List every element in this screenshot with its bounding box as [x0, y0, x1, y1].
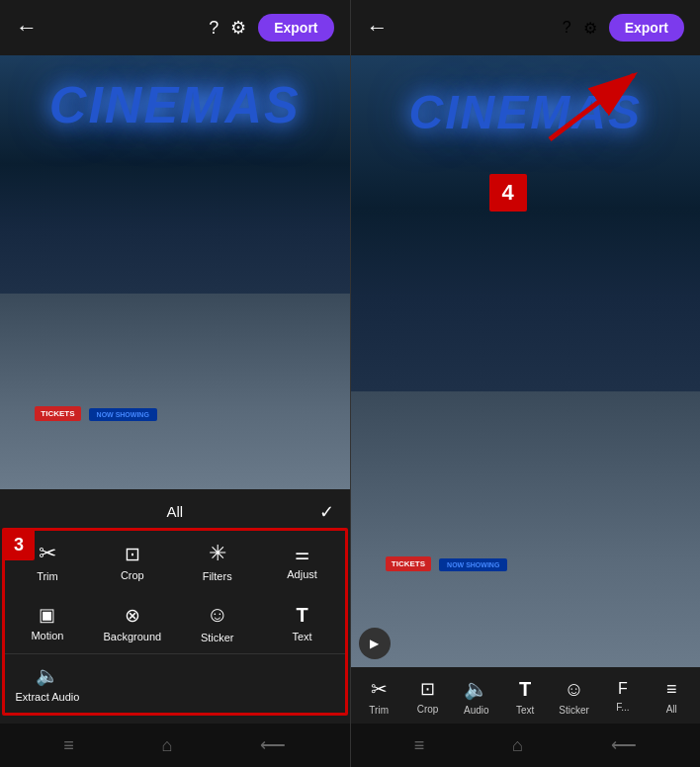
crop-label: Crop: [121, 569, 144, 581]
left-video-area: CINEMAS TICKETS NOW SHOWING: [0, 55, 350, 489]
step4-badge: 4: [489, 174, 527, 212]
right-tool-sticker[interactable]: ☺ Sticker: [555, 678, 594, 716]
left-cinema-sign: CINEMAS: [0, 75, 350, 134]
tool-sticker[interactable]: ☺ Sticker: [175, 592, 260, 653]
right-crop-icon: ⊡: [420, 678, 435, 700]
right-nav-home-icon[interactable]: ⌂: [512, 735, 523, 756]
right-tool-crop[interactable]: ⊡ Crop: [408, 678, 448, 715]
tool-grid-bottom: 🔈 Extract Audio: [5, 653, 345, 713]
play-btn-area: ▶: [359, 628, 391, 659]
left-back-button[interactable]: ←: [16, 15, 38, 41]
right-tickets-area: TICKETS NOW SHOWING: [386, 556, 665, 571]
right-help-icon[interactable]: ?: [563, 19, 571, 37]
motion-label: Motion: [31, 630, 63, 641]
right-tool-text[interactable]: T Text: [505, 678, 545, 716]
toolbar-header: All ✓: [0, 497, 350, 528]
step3-badge: 3: [3, 529, 35, 560]
right-tool-audio[interactable]: 🔈 Audio: [457, 677, 496, 716]
motion-icon: ▣: [39, 606, 55, 624]
left-cinema-text: CINEMAS: [0, 75, 350, 134]
trim-icon: ✂: [39, 543, 56, 564]
adjust-icon: ⚌: [295, 546, 309, 562]
tool-grid-top: ✂ Trim ⊡ Crop ✳ Filters ⚌ Adjust ▣: [5, 531, 345, 653]
left-panel: ← ? ⚙ Export CINEMAS TICKETS NOW SHOWING…: [0, 0, 350, 767]
right-all-icon: ≡: [666, 679, 677, 700]
right-header-right: ? ⚙ Export: [563, 14, 684, 42]
left-export-button[interactable]: Export: [258, 14, 333, 42]
tool-text[interactable]: T Text: [260, 592, 345, 653]
crop-icon: ⊡: [125, 545, 140, 563]
left-cinema-lower: TICKETS NOW SHOWING: [0, 294, 350, 489]
sticker-icon: ☺: [206, 604, 227, 626]
right-now-showing: NOW SHOWING: [439, 558, 507, 571]
tool-extract-audio[interactable]: 🔈 Extract Audio: [5, 654, 90, 713]
right-nav-menu-icon[interactable]: ≡: [414, 735, 425, 756]
trim-label: Trim: [37, 570, 58, 582]
left-header: ← ? ⚙ Export: [0, 0, 350, 55]
right-audio-icon: 🔈: [464, 677, 488, 701]
right-header: ← ? ⚙ Export: [351, 0, 701, 55]
right-crop-label: Crop: [417, 704, 439, 715]
right-tool-all[interactable]: ≡ All: [652, 679, 691, 715]
background-label: Background: [103, 631, 161, 642]
extract-audio-label: Extract Audio: [16, 691, 80, 703]
left-tickets-area: TICKETS NOW SHOWING: [35, 406, 314, 421]
right-text-label: Text: [516, 705, 534, 716]
right-f-icon: F: [618, 680, 628, 698]
right-sticker-icon: ☺: [564, 678, 583, 701]
right-text-icon: T: [519, 678, 531, 701]
right-trim-label: Trim: [369, 705, 389, 716]
right-f-label: F...: [616, 702, 629, 713]
left-nav-back-icon[interactable]: ⟵: [260, 734, 286, 756]
filters-icon: ✳: [209, 543, 226, 564]
text-label: Text: [292, 631, 311, 642]
right-back-button[interactable]: ←: [367, 15, 389, 41]
left-video-preview: CINEMAS TICKETS NOW SHOWING: [0, 55, 350, 489]
toolbar-title: All: [166, 503, 183, 520]
extract-audio-icon: 🔈: [36, 666, 59, 685]
right-sticker-label: Sticker: [559, 705, 589, 716]
left-nav-bar: ≡ ⌂ ⟵: [0, 724, 350, 767]
right-nav-back-icon[interactable]: ⟵: [611, 734, 637, 756]
tool-background[interactable]: ⊗ Background: [90, 592, 175, 653]
adjust-label: Adjust: [287, 568, 317, 580]
right-video-area: CINEMAS TICKETS NOW SHOWING 4: [351, 55, 701, 667]
tool-adjust[interactable]: ⚌ Adjust: [260, 531, 345, 592]
right-trim-icon: ✂: [371, 677, 388, 701]
left-header-right: ? ⚙ Export: [209, 14, 333, 42]
toolbar-check-icon[interactable]: ✓: [319, 501, 334, 523]
sticker-label: Sticker: [201, 632, 234, 643]
right-all-label: All: [666, 704, 677, 715]
right-audio-label: Audio: [464, 705, 489, 716]
right-cinema-text: CINEMAS: [351, 85, 701, 139]
tool-crop[interactable]: ⊡ Crop: [90, 531, 175, 592]
right-cinema-sign: CINEMAS: [351, 85, 701, 139]
left-nav-home-icon[interactable]: ⌂: [162, 735, 173, 756]
right-tool-row: ✂ Trim ⊡ Crop 🔈 Audio T Text ☺ Sticker F: [351, 671, 701, 722]
background-icon: ⊗: [125, 606, 140, 625]
right-panel: ← ? ⚙ Export CINEMAS TICKETS NOW SHOWING…: [351, 0, 701, 767]
left-nav-menu-icon[interactable]: ≡: [63, 735, 74, 756]
right-tool-trim[interactable]: ✂ Trim: [359, 677, 398, 716]
right-nav-bar: ≡ ⌂ ⟵: [351, 724, 701, 767]
tool-grid-wrapper: 3 ✂ Trim ⊡ Crop ✳ Filters ⚌ Adjust: [2, 528, 348, 716]
right-cinema-lower: TICKETS NOW SHOWING: [351, 391, 701, 667]
right-toolbar: ✂ Trim ⊡ Crop 🔈 Audio T Text ☺ Sticker F: [351, 667, 701, 724]
right-export-button[interactable]: Export: [609, 14, 684, 42]
left-tickets-sign: TICKETS: [35, 406, 80, 421]
right-tool-f[interactable]: F F...: [603, 680, 643, 713]
play-button[interactable]: ▶: [359, 628, 391, 659]
left-toolbar: All ✓ 3 ✂ Trim ⊡ Crop ✳ Filters: [0, 489, 350, 724]
right-tickets-sign: TICKETS: [386, 556, 431, 571]
filters-label: Filters: [203, 570, 232, 582]
left-help-icon[interactable]: ?: [209, 18, 219, 39]
tool-motion[interactable]: ▣ Motion: [5, 592, 90, 653]
right-settings-icon[interactable]: ⚙: [583, 19, 597, 38]
text-icon: T: [296, 605, 307, 625]
left-now-showing: NOW SHOWING: [89, 408, 157, 421]
right-video-preview: CINEMAS TICKETS NOW SHOWING 4: [351, 55, 701, 667]
tool-filters[interactable]: ✳ Filters: [175, 531, 260, 592]
left-settings-icon[interactable]: ⚙: [230, 17, 246, 39]
